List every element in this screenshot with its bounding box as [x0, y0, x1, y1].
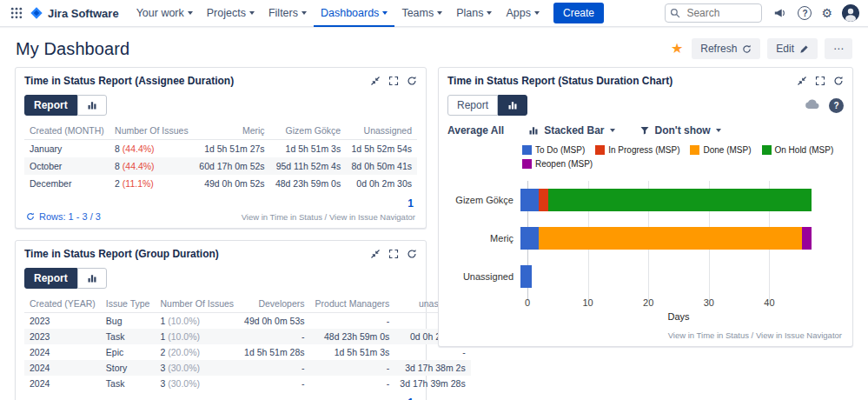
fullscreen-icon[interactable] [388, 249, 399, 259]
cell-month: January [24, 140, 109, 158]
legend-item[interactable]: Done (MSP) [690, 145, 751, 155]
view-in-time-in-status-link[interactable]: View in Time in Status [668, 330, 749, 340]
issues-cell: 8 (44.4%) [109, 140, 194, 158]
chevron-down-icon [188, 11, 193, 15]
edit-button[interactable]: Edit [767, 38, 818, 59]
gadget-footer: Rows: 1 - 3 / 3 View in Time in Status /… [24, 210, 417, 222]
bar-segment[interactable] [520, 189, 539, 211]
refresh-icon[interactable] [407, 76, 417, 86]
cell-gizem: 95d 11h 52m 4s [270, 157, 347, 175]
fullscreen-icon[interactable] [815, 76, 825, 86]
stacked-bar [520, 227, 830, 250]
issue-percent: (10.0%) [165, 331, 200, 342]
jira-logo-icon [30, 6, 43, 20]
jira-logo[interactable]: Jira Software [30, 6, 119, 20]
cell-year: 2024 [24, 344, 101, 360]
announcements-icon[interactable] [772, 5, 788, 21]
table-row: 2023Task1 (10.0%)-48d 23h 59m 0s0d 0h 2m… [24, 329, 471, 344]
page-number[interactable]: 1 [407, 397, 414, 400]
issues-cell: 2 (20.0%) [155, 344, 239, 360]
app-switcher-icon[interactable] [9, 5, 24, 21]
nav-item-label: Filters [268, 7, 298, 19]
export-cloud-icon[interactable] [805, 97, 820, 113]
bar-segment[interactable] [520, 227, 539, 250]
rows-info[interactable]: Rows: 1 - 3 / 3 [26, 211, 101, 222]
nav-item-plans[interactable]: Plans [449, 0, 499, 27]
cell-meric: 1d 5h 51m 27s [194, 140, 270, 158]
chart-type-dropdown[interactable]: Stacked Bar [528, 124, 614, 137]
bar-area [520, 265, 830, 288]
nav-item-your-work[interactable]: Your work [129, 0, 200, 27]
report-toggle-button[interactable]: Report [447, 95, 498, 116]
cell-unassigned: 1d 5h 52m 54s [346, 140, 417, 158]
collapse-icon[interactable] [370, 249, 381, 259]
cell-year: 2023 [24, 329, 101, 344]
legend-item[interactable]: Reopen (MSP) [522, 159, 593, 169]
legend-swatch [522, 145, 532, 155]
settings-gear-icon[interactable]: ⚙ [821, 7, 832, 19]
refresh-icon[interactable] [407, 249, 417, 259]
collapse-icon[interactable] [370, 76, 381, 86]
page-number[interactable]: 1 [407, 197, 414, 210]
issues-cell: 1 (10.0%) [155, 329, 239, 344]
average-dropdown[interactable]: Average All [447, 124, 504, 137]
gadget-header: Time in Status Report (Group Duration) [16, 241, 426, 263]
legend-item[interactable]: In Progress (MSP) [595, 145, 679, 155]
favorite-star-icon[interactable]: ★ [669, 42, 685, 56]
gadget-header-icons [370, 76, 417, 86]
refresh-icon [742, 44, 752, 54]
bar-segment[interactable] [539, 189, 548, 211]
dont-show-dropdown[interactable]: Don't show [639, 124, 721, 137]
chevron-down-icon [534, 11, 540, 15]
create-button[interactable]: Create [553, 3, 604, 23]
nav-item-filters[interactable]: Filters [262, 0, 314, 27]
chart-row: Gizem Gökçe [447, 181, 844, 219]
chevron-down-icon [610, 129, 615, 132]
nav-item-dashboards[interactable]: Dashboards [314, 0, 394, 27]
more-actions-button[interactable]: ⋯ [825, 38, 852, 59]
cell-managers: 48d 23h 59m 0s [310, 329, 395, 344]
stacked-bar-chart: Gizem GökçeMeriçUnassigned 010203040 Day… [447, 181, 844, 327]
chart-tools: ? [805, 97, 844, 113]
gadget-title: Time in Status Report (Group Duration) [24, 248, 219, 260]
help-icon[interactable]: ? [798, 6, 812, 20]
report-toggle-button[interactable]: Report [24, 95, 77, 116]
view-in-issue-navigator-link[interactable]: View in Issue Navigator [756, 330, 842, 340]
view-in-issue-navigator-link[interactable]: View in Issue Navigator [329, 212, 415, 222]
bar-segment[interactable] [802, 227, 812, 250]
cell-developers: 49d 0h 0m 53s [239, 313, 309, 330]
gadget-assignee-duration: Time in Status Report (Assignee Duration… [15, 67, 427, 229]
nav-item-teams[interactable]: Teams [394, 0, 449, 27]
chevron-down-icon [249, 11, 255, 15]
view-in-time-in-status-link[interactable]: View in Time in Status [242, 212, 322, 222]
refresh-button[interactable]: Refresh [692, 38, 760, 59]
user-avatar[interactable] [842, 4, 859, 22]
nav-item-label: Teams [401, 7, 434, 19]
collapse-icon[interactable] [797, 76, 807, 86]
column-header: Number Of Issues [155, 295, 239, 313]
report-toggle-button[interactable]: Report [24, 268, 77, 289]
chart-toggle-button[interactable] [77, 268, 107, 289]
legend-item[interactable]: On Hold (MSP) [762, 145, 834, 155]
search-icon [670, 8, 680, 18]
bar-segment[interactable] [548, 189, 812, 211]
primary-nav: Your workProjectsFiltersDashboardsTeamsP… [129, 0, 547, 27]
view-toggle: Report [24, 268, 417, 289]
bar-segment[interactable] [520, 265, 532, 288]
cell-year: 2024 [24, 360, 101, 376]
refresh-icon[interactable] [833, 76, 844, 86]
cell-meric: 49d 0h 0m 52s [194, 175, 270, 192]
fullscreen-icon[interactable] [388, 76, 399, 86]
nav-item-apps[interactable]: Apps [499, 0, 547, 27]
bar-segment[interactable] [539, 227, 802, 250]
nav-item-projects[interactable]: Projects [200, 0, 262, 27]
chart-toggle-button[interactable] [498, 95, 527, 116]
dashboard-content: Time in Status Report (Assignee Duration… [0, 67, 868, 400]
chart-toggle-button[interactable] [77, 95, 107, 116]
category-label: Gizem Gökçe [447, 195, 520, 205]
column-header: Number Of Issues [109, 122, 194, 140]
dashboard-actions: ★ Refresh Edit ⋯ [669, 38, 852, 59]
gadget-help-icon[interactable]: ? [829, 98, 844, 113]
right-column: Time in Status Report (Status Duration C… [438, 67, 853, 358]
legend-item[interactable]: To Do (MSP) [522, 145, 585, 155]
